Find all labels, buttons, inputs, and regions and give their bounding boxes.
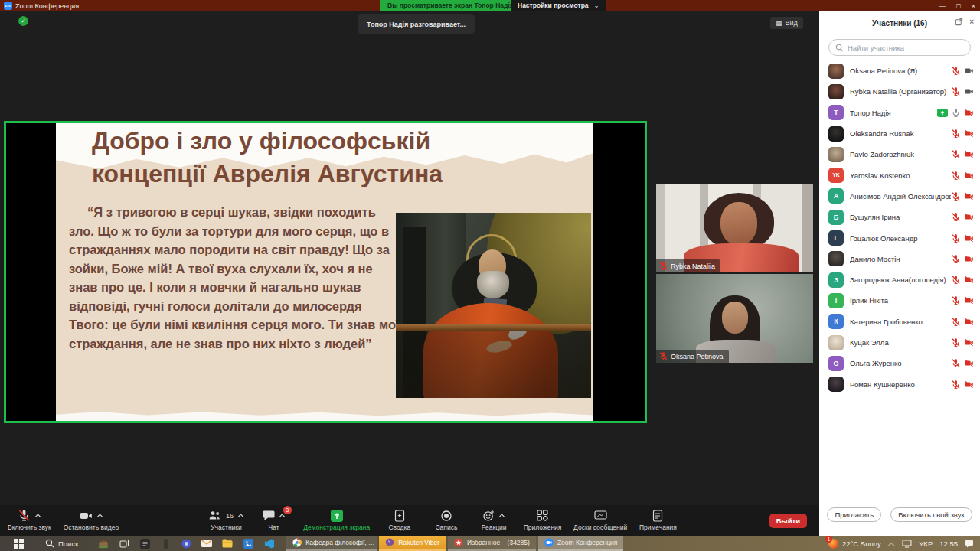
participant-row[interactable]: Oleksandra Rusnak [819, 123, 980, 144]
toolbar-button-toolbar-mic-off[interactable]: Включить звук [8, 505, 51, 536]
participant-avatar [828, 335, 844, 350]
mic-muted-icon [951, 275, 961, 285]
tray-chevron-up-icon[interactable]: ︿ [888, 539, 896, 549]
language-indicator[interactable]: УКР [919, 540, 933, 548]
invite-button[interactable]: Пригласить [827, 507, 881, 522]
participant-row[interactable]: Pavlo Zadorozhniuk [819, 144, 980, 165]
popout-icon[interactable] [955, 18, 963, 26]
participant-status-icons [951, 358, 974, 368]
toolbar-button-toolbar-video[interactable]: Остановить видео [64, 505, 119, 536]
window-minimize-button[interactable]: — [939, 2, 946, 10]
participant-avatar [828, 147, 844, 162]
participant-row[interactable]: ГГоцалюк Олександр [819, 227, 980, 248]
participant-avatar: YK [828, 168, 844, 183]
title-bar: zm Zoom Конференция Вы просматриваете эк… [0, 0, 980, 11]
participant-row[interactable]: ООльга Журенко [819, 353, 980, 373]
toolbar-button-apps[interactable]: Приложения [524, 505, 562, 536]
participant-row[interactable]: ААнисімов Андрій Олександрович [819, 186, 980, 207]
task-view-icon[interactable] [119, 538, 129, 549]
participant-avatar [828, 84, 844, 99]
participant-search-input[interactable]: Найти участника [828, 39, 971, 56]
participant-row[interactable]: Куцак Элла [819, 332, 980, 353]
participant-name: Pavlo Zadorozhniuk [850, 150, 951, 158]
participants-count: 16 [226, 512, 234, 520]
toolbar-button-reactions[interactable]: Реакции [476, 505, 511, 536]
participant-row[interactable]: TТопор Надія [819, 103, 980, 123]
taskbar-window-zoom[interactable]: Zoom Конференция [538, 536, 624, 551]
mail-icon[interactable] [201, 538, 212, 549]
toolbar-button-people[interactable]: 16Участники [208, 505, 244, 536]
viber-icon [385, 538, 394, 547]
toolbar-button-summary[interactable]: Сводка [382, 505, 417, 536]
unmute-self-button[interactable]: Включить свой звук [890, 507, 972, 522]
chat-icon [263, 510, 275, 521]
participant-row[interactable]: Rybka Nataliia (Организатор) [819, 81, 980, 102]
participant-row[interactable]: Oksana Petinova (Я) [819, 60, 980, 81]
taskbar-window-viber[interactable]: Rakuten Viber [379, 536, 446, 551]
hedgehog-app-icon[interactable] [98, 538, 109, 549]
search-icon [45, 539, 54, 548]
mic-muted-icon [951, 191, 961, 201]
toolbar-button-notes[interactable]: Примечания [639, 505, 677, 536]
tray-network-icon[interactable] [902, 540, 912, 548]
chevron-up-icon[interactable] [96, 513, 103, 518]
app-slim-icon[interactable] [160, 538, 171, 549]
chevron-up-icon[interactable] [498, 513, 505, 518]
chevron-up-icon[interactable] [34, 513, 41, 518]
file-explorer-icon[interactable] [222, 538, 233, 549]
participant-status-icons [951, 66, 974, 76]
participant-row[interactable]: Роман Кушнеренко [819, 373, 980, 394]
window-close-button[interactable]: × [972, 2, 975, 10]
toolbar-button-share-screen[interactable]: Демонстрация экрана [303, 505, 370, 536]
participant-row[interactable]: YKYaroslav Kostenko [819, 165, 980, 185]
toolbar-button-chat[interactable]: 3Чат [256, 505, 292, 536]
security-shield-icon[interactable]: ✓ [18, 16, 28, 26]
view-settings-button[interactable]: Настройки просмотра⌄ [511, 0, 606, 11]
participant-row[interactable]: ККатерина Гробовенко [819, 311, 980, 332]
taskbar-window-favorites[interactable]: Избранное – (34285) [448, 536, 536, 551]
slide-title: Добро і зло у філософській концепції Авр… [92, 125, 567, 191]
video-thumbnail[interactable]: Rybka Nataliia [656, 184, 813, 272]
participant-name: Ольга Журенко [850, 359, 951, 367]
app-indigo-icon[interactable] [181, 538, 191, 549]
video-thumbnail[interactable]: Oksana Petinova [656, 274, 813, 363]
mic-muted-icon [951, 380, 961, 390]
leave-meeting-button[interactable]: Выйти [769, 514, 807, 528]
participant-row[interactable]: ББушулян Ірина [819, 207, 980, 227]
participant-avatar: З [828, 272, 844, 288]
taskbar-window-chrome[interactable]: Кафедра філософії, … [286, 536, 377, 551]
view-button-label: Вид [786, 19, 798, 27]
search-icon [835, 44, 844, 52]
clock[interactable]: 12:55 [939, 540, 958, 548]
participant-status-icons [951, 171, 974, 181]
taskbar-window-label: Rakuten Viber [398, 539, 439, 546]
app-dark-icon[interactable] [139, 538, 150, 549]
participant-row[interactable]: ЗЗагороднюк Анна(логопедія) [819, 269, 980, 290]
participant-status-icons [951, 337, 974, 347]
mic-muted-icon [951, 233, 961, 243]
start-button[interactable] [14, 539, 24, 549]
toolbar-button-whiteboard[interactable]: Доски сообщений [573, 505, 627, 536]
chevron-up-icon[interactable] [279, 513, 286, 518]
toolbar-button-record[interactable]: Запись [429, 505, 464, 536]
participant-name: Ірлик Нікіта [850, 296, 951, 305]
favorites-icon [454, 538, 463, 547]
participant-row[interactable]: Данило Мостін [819, 249, 980, 269]
photos-icon[interactable] [243, 538, 253, 549]
participant-row[interactable]: ІІрлик Нікіта [819, 290, 980, 311]
visual-studio-icon[interactable] [263, 538, 274, 549]
close-icon[interactable]: × [969, 18, 974, 26]
notification-center-icon[interactable] [965, 539, 974, 548]
view-layout-button[interactable]: ▦ Вид [770, 17, 803, 29]
video-name-label: Oksana Petinova [656, 350, 729, 363]
participant-name: Oksana Petinova (Я) [850, 67, 951, 75]
taskbar-search[interactable]: Поиск [45, 539, 78, 548]
window-maximize-button[interactable]: □ [956, 2, 960, 10]
chevron-up-icon[interactable] [237, 513, 244, 518]
window-controls: — □ × [939, 0, 975, 11]
weather-widget[interactable]: 1 22°C Sunny [828, 539, 881, 549]
mic-muted-icon [951, 149, 961, 159]
participant-name: Oleksandra Rusnak [850, 129, 951, 138]
participant-status-icons [951, 295, 974, 305]
camera-off-icon [964, 317, 974, 327]
